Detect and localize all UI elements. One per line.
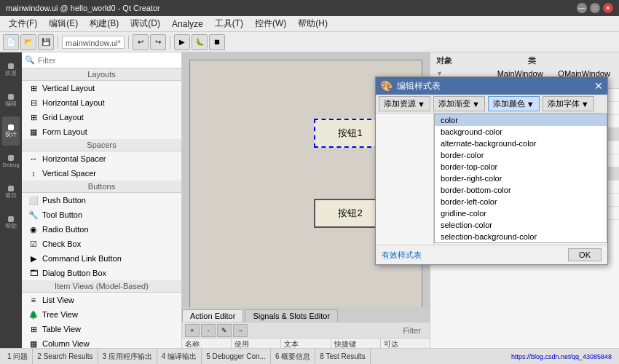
horizontal-spacer-icon: ↔ (28, 153, 39, 165)
dropdown-item-border-right-color[interactable]: border-right-color (435, 173, 607, 184)
dropdown-item-border-top-color[interactable]: border-top-color (435, 161, 607, 173)
widget-horizontal-layout[interactable]: ⊟ Horizontal Layout (22, 95, 181, 110)
widget-search-input[interactable] (38, 56, 178, 65)
menu-help[interactable]: 帮助(H) (292, 16, 334, 31)
edit-icon (8, 94, 14, 100)
add-font-btn[interactable]: 添加字体 ▼ (543, 96, 594, 111)
sidebar-label-debug: Debug (2, 162, 20, 168)
toolbar-run[interactable]: ▶ (174, 34, 190, 50)
valid-style-link[interactable]: 有效样式表 (382, 250, 422, 261)
minimize-button[interactable]: — (577, 3, 587, 13)
toolbar-filename: mainwindow.ui* (62, 36, 125, 49)
dialog-body: color background-color alternate-backgro… (376, 114, 607, 245)
canvas-toolbar-btn4[interactable]: → (233, 324, 248, 337)
command-link-icon: ▶ (28, 253, 39, 264)
widget-dialog-button-box[interactable]: 🗔 Dialog Button Box (22, 266, 181, 280)
status-app-output[interactable]: 3 应用程序输出 (98, 349, 157, 364)
toolbar-new[interactable]: 📄 (3, 34, 19, 50)
sidebar-item-projects[interactable]: 项目 (2, 178, 20, 207)
toolbar-sep3 (170, 36, 170, 49)
sidebar-item-help[interactable]: 帮助 (2, 208, 20, 237)
dialog-title: 编辑样式表 (397, 80, 594, 92)
widget-command-link-button[interactable]: ▶ Command Link Button (22, 251, 181, 266)
close-button[interactable]: ✕ (603, 3, 613, 13)
status-test[interactable]: 8 Test Results (315, 349, 371, 364)
widget-tool-button[interactable]: 🔧 Tool Button (22, 207, 181, 222)
dialog-ok-button[interactable]: OK (568, 248, 602, 261)
add-color-btn[interactable]: 添加颜色 ▼ (488, 96, 540, 111)
widget-column-view[interactable]: ▦ Column View (22, 336, 181, 348)
dropdown-item-gridline-color[interactable]: gridline-color (435, 207, 607, 219)
tab-signals-slots[interactable]: Signals & Slots Editor (245, 309, 338, 322)
menu-widgets[interactable]: 控件(W) (249, 16, 292, 31)
dropdown-item-selection-bg-color[interactable]: selection-background-color (435, 231, 607, 242)
dropdown-item-alt-bgcolor[interactable]: alternate-background-color (435, 138, 607, 149)
tab-action-editor[interactable]: Action Editor (182, 309, 243, 322)
dialog-icon: 🎨 (380, 80, 393, 92)
filter-label: Filter (249, 325, 427, 336)
status-search[interactable]: 2 Search Results (33, 349, 98, 364)
sidebar-item-welcome[interactable]: 欢迎 (2, 55, 20, 84)
check-box-icon: ☑ (28, 238, 39, 250)
widget-search-bar[interactable]: 🔍 (22, 52, 181, 68)
toolbar-undo[interactable]: ↩ (133, 34, 149, 50)
menu-file[interactable]: 文件(F) (3, 16, 43, 31)
dropdown-item-border-bottom-color[interactable]: border-bottom-color (435, 184, 607, 196)
vertical-layout-icon: ⊞ (28, 82, 39, 94)
add-resource-btn[interactable]: 添加资源 ▼ (379, 96, 430, 111)
canvas-toolbar-btn2[interactable]: - (201, 324, 216, 337)
sidebar-item-debug[interactable]: Debug (2, 147, 20, 176)
dialog-close-button[interactable]: ✕ (594, 80, 603, 92)
blog-link[interactable]: https://blog.csdn.net/qq_43085848 (507, 353, 616, 360)
status-debugger[interactable]: 5 Debugger Con... (202, 349, 271, 364)
add-gradient-btn[interactable]: 添加渐变 ▼ (433, 96, 485, 111)
status-compile[interactable]: 4 编译输出 (157, 349, 202, 364)
canvas-toolbar-btn1[interactable]: + (185, 324, 200, 337)
radio-button-icon: ◉ (28, 223, 39, 235)
section-layouts: Layouts (22, 68, 181, 81)
sidebar-item-design[interactable]: 设计 (2, 116, 20, 146)
menu-tools[interactable]: 工具(T) (209, 16, 249, 31)
maximize-button[interactable]: □ (590, 3, 600, 13)
widget-horizontal-spacer[interactable]: ↔ Horizontal Spacer (22, 151, 181, 166)
widget-check-box[interactable]: ☑ Check Box (22, 237, 181, 251)
widget-form-layout[interactable]: ▦ Form Layout (22, 124, 181, 139)
menu-edit[interactable]: 编辑(E) (43, 16, 84, 31)
toolbar-save[interactable]: 💾 (38, 34, 54, 50)
widget-table-view[interactable]: ⊞ Table View (22, 322, 181, 336)
canvas-toolbar-btn3[interactable]: ✎ (217, 324, 232, 337)
status-general[interactable]: 6 概要信息 (271, 349, 315, 364)
menu-debug[interactable]: 调试(D) (125, 16, 166, 31)
toolbar-sep1 (58, 36, 58, 49)
menu-analyze[interactable]: Analyze (166, 17, 209, 31)
widget-radio-button[interactable]: ◉ Radio Button (22, 222, 181, 237)
widget-push-button[interactable]: ⬜ Push Button (22, 193, 181, 207)
widget-vertical-spacer[interactable]: ↕ Vertical Spacer (22, 166, 181, 181)
dropdown-item-selection-color[interactable]: selection-color (435, 219, 607, 231)
dropdown-item-border-color[interactable]: border-color (435, 149, 607, 161)
toolbar-sep2 (128, 36, 129, 49)
object-inspector-header: 对象 类 (433, 55, 616, 66)
sidebar-label-help: 帮助 (5, 223, 17, 229)
sidebar: 欢迎 编辑 设计 Debug 项目 帮助 (0, 52, 22, 348)
toolbar-debug-run[interactable]: 🐛 (192, 34, 208, 50)
menu-build[interactable]: 构建(B) (84, 16, 125, 31)
style-editor-dialog: 🎨 编辑样式表 ✕ 添加资源 ▼ 添加渐变 ▼ 添加颜色 ▼ 添加字体 ▼ co… (375, 76, 608, 265)
toolbar-redo[interactable]: ↪ (150, 34, 166, 50)
col-shortcut: 快捷键 (331, 339, 381, 348)
widget-grid-layout[interactable]: ⊞ Grid Layout (22, 110, 181, 124)
dropdown-item-border-left-color[interactable]: border-left-color (435, 196, 607, 207)
toolbar-open[interactable]: 📂 (20, 34, 36, 50)
widget-tree-view[interactable]: 🌲 Tree View (22, 307, 181, 322)
push-button-icon: ⬜ (28, 194, 39, 206)
toolbar-stop[interactable]: ⏹ (209, 34, 225, 50)
dropdown-item-bgcolor[interactable]: background-color (435, 126, 607, 138)
welcome-icon (8, 63, 14, 69)
sidebar-label-welcome: 欢迎 (5, 71, 17, 76)
widget-list-view[interactable]: ≡ List View (22, 293, 181, 307)
status-problems[interactable]: 1 问题 (3, 349, 33, 364)
dropdown-item-color[interactable]: color (435, 114, 607, 126)
widget-vertical-layout[interactable]: ⊞ Vertical Layout (22, 81, 181, 95)
debug-icon (8, 155, 14, 161)
sidebar-item-edit[interactable]: 编辑 (2, 86, 20, 115)
